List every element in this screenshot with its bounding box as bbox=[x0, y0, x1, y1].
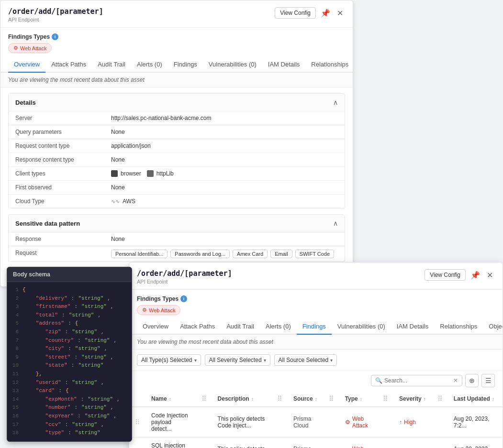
col-source-header[interactable]: Source ↕ bbox=[288, 391, 323, 407]
col-drag-severity: ⠿ bbox=[432, 391, 448, 407]
front-tab-iam-details[interactable]: IAM Details bbox=[391, 319, 434, 335]
browser-icon bbox=[111, 170, 118, 177]
code-panel-title: Body schema bbox=[7, 267, 132, 282]
client-browser-label: browser bbox=[121, 170, 141, 177]
col-severity-header[interactable]: Severity ↑ bbox=[393, 391, 432, 407]
search-icon: 🔍 bbox=[375, 377, 382, 384]
clear-search-icon[interactable]: ✕ bbox=[453, 377, 458, 384]
back-sensitive-header[interactable]: Sensitive data pattern ∧ bbox=[9, 215, 345, 232]
row2-description: This policy detects SQL Injecti... bbox=[212, 437, 271, 448]
findings-filters: All Type(s) Selected All Severity Select… bbox=[129, 350, 503, 371]
findings-table-wrapper: Name ↕ ⠿ Description ↕ ⠿ Source ↕ ⠿ Type… bbox=[129, 391, 503, 448]
back-tab-findings[interactable]: Findings bbox=[168, 57, 203, 73]
row2-drag4 bbox=[323, 437, 339, 448]
front-panel-actions: View Config 📌 ✕ bbox=[425, 269, 495, 281]
table-row[interactable]: ⠿ SQL injection payload detecte... This … bbox=[129, 437, 503, 448]
row1-name: Code Injection payload detect... bbox=[145, 407, 196, 437]
row1-description: This policy detects Code inject... bbox=[212, 407, 271, 437]
col-drag-source: ⠿ bbox=[323, 391, 339, 407]
back-details-header[interactable]: Details ∧ bbox=[9, 94, 345, 111]
front-close-button[interactable]: ✕ bbox=[485, 270, 495, 281]
col-description-header[interactable]: Description ↕ bbox=[212, 391, 271, 407]
chip-amex: Amex Card bbox=[233, 250, 268, 258]
front-findings-info-icon[interactable]: i bbox=[180, 295, 187, 302]
sensitive-row-request: Request Personal Identifiab... Passwords… bbox=[9, 246, 345, 262]
front-tab-overview[interactable]: Overview bbox=[137, 319, 174, 335]
search-input[interactable] bbox=[384, 377, 451, 384]
row2-source: PrismaCloud bbox=[288, 437, 323, 448]
front-view-config-button[interactable]: View Config bbox=[425, 269, 466, 281]
back-sensitive-table: Response None Request Personal Identifia… bbox=[9, 232, 345, 262]
back-sensitive-chevron: ∧ bbox=[333, 219, 338, 227]
row2-drag2 bbox=[196, 437, 212, 448]
table-row[interactable]: ⠿ Code Injection payload detect... This … bbox=[129, 407, 503, 437]
col-drag-name: ⠿ bbox=[196, 391, 212, 407]
row2-drag5 bbox=[377, 437, 393, 448]
columns-button[interactable]: ☰ bbox=[481, 374, 495, 387]
back-sensitive-title: Sensitive data pattern bbox=[15, 220, 80, 227]
col-type-header[interactable]: Type ↕ bbox=[339, 391, 377, 407]
add-filter-button[interactable]: ⊕ bbox=[465, 374, 479, 387]
back-pin-button[interactable]: 📌 bbox=[319, 8, 332, 19]
back-view-config-button[interactable]: View Config bbox=[275, 7, 316, 19]
web-attack-icon-row1: ⚙ bbox=[345, 419, 350, 426]
back-panel-actions: View Config 📌 ✕ bbox=[275, 7, 345, 19]
back-close-button[interactable]: ✕ bbox=[335, 8, 345, 19]
back-tab-attack-paths[interactable]: Attack Paths bbox=[45, 57, 92, 73]
back-tab-overview[interactable]: Overview bbox=[8, 57, 45, 73]
row2-name: SQL injection payload detecte... bbox=[145, 437, 196, 448]
row2-last-updated: Aug 20, 2023, 7:2... bbox=[448, 437, 503, 448]
back-web-attack-badge: Web Attack bbox=[8, 43, 52, 53]
chip-swift: SWIFT Code bbox=[295, 250, 334, 258]
detail-row-cloud-type: Cloud Type ∿∿ AWS bbox=[9, 195, 345, 208]
row1-drag6 bbox=[432, 407, 448, 437]
front-web-attack-badge: Web Attack bbox=[137, 305, 180, 315]
front-tab-relationships[interactable]: Relationships bbox=[434, 319, 483, 335]
row1-source: PrismaCloud bbox=[288, 407, 323, 437]
detail-row-first-observed: First observed None bbox=[9, 181, 345, 195]
back-sensitive-section: Sensitive data pattern ∧ Response None R… bbox=[8, 214, 345, 262]
type-filter-dropdown[interactable]: All Type(s) Selected bbox=[137, 354, 201, 366]
back-tab-audit-trail[interactable]: Audit Trail bbox=[92, 57, 131, 73]
detail-row-request-content-type: Request content type application/json bbox=[9, 139, 345, 153]
cloud-type-value: AWS bbox=[123, 198, 135, 205]
front-panel-subtitle: API Endpoint bbox=[137, 279, 425, 284]
client-httplib-label: httpLib bbox=[156, 170, 174, 177]
front-info-banner: You are viewing the most recent data abo… bbox=[129, 335, 503, 350]
back-tab-alerts[interactable]: Alerts (0) bbox=[131, 57, 168, 73]
front-pin-button[interactable]: 📌 bbox=[469, 270, 482, 281]
front-tab-vulnerabilities[interactable]: Vulnerabilities (0) bbox=[332, 319, 391, 335]
back-details-table: Server http://sales.pc-national-bank-acm… bbox=[9, 111, 345, 208]
search-input-wrapper: 🔍 ✕ bbox=[371, 375, 462, 386]
back-tabs-bar: Overview Attack Paths Audit Trail Alerts… bbox=[0, 57, 353, 73]
back-tab-iam-details[interactable]: IAM Details bbox=[262, 57, 305, 73]
front-tab-findings[interactable]: Findings bbox=[297, 319, 332, 335]
front-tab-audit-trail[interactable]: Audit Trail bbox=[221, 319, 260, 335]
back-info-banner: You are viewing the most recent data abo… bbox=[0, 73, 353, 87]
severity-filter-dropdown[interactable]: All Severity Selected bbox=[205, 354, 270, 366]
col-drag-desc: ⠿ bbox=[271, 391, 288, 407]
detail-row-server: Server http://sales.pc-national-bank-acm… bbox=[9, 111, 345, 125]
back-tab-relationships[interactable]: Relationships bbox=[305, 57, 353, 73]
front-tab-objects[interactable]: Objects bbox=[483, 319, 503, 335]
col-last-updated-header[interactable]: Last Updated ↕ bbox=[448, 391, 503, 407]
col-drag-type: ⠿ bbox=[377, 391, 393, 407]
row2-drag3 bbox=[271, 437, 288, 448]
detail-row-query-params: Query parameters None bbox=[9, 125, 345, 139]
row1-severity: High bbox=[393, 407, 432, 437]
front-tab-attack-paths[interactable]: Attack Paths bbox=[174, 319, 221, 335]
type-filter-label: All Type(s) Selected bbox=[141, 357, 192, 363]
back-tab-vulnerabilities[interactable]: Vulnerabilities (0) bbox=[203, 57, 262, 73]
source-filter-dropdown[interactable]: All Source Selected bbox=[274, 354, 337, 366]
row1-last-updated: Aug 20, 2023, 7:2... bbox=[448, 407, 503, 437]
detail-row-response-content-type: Response content type None bbox=[9, 153, 345, 167]
row2-type: ⚙ Web Attack bbox=[339, 437, 377, 448]
col-name-header[interactable]: Name ↕ bbox=[145, 391, 196, 407]
row2-drag6 bbox=[432, 437, 448, 448]
back-details-chevron: ∧ bbox=[333, 98, 338, 106]
findings-types-info-icon[interactable]: i bbox=[52, 33, 58, 40]
row2-severity: High bbox=[393, 437, 432, 448]
front-panel-header: /order/add/[parameter] API Endpoint View… bbox=[129, 262, 503, 290]
front-tab-alerts[interactable]: Alerts (0) bbox=[260, 319, 297, 335]
row1-drag2 bbox=[196, 407, 212, 437]
